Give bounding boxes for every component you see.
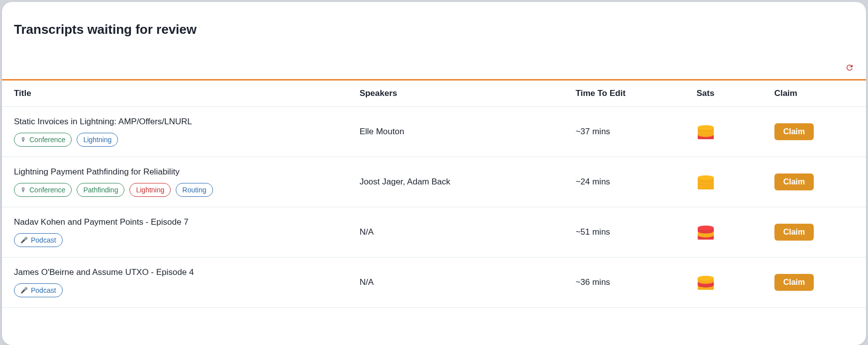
speakers-cell: Joost Jager, Adam Back (347, 157, 563, 207)
table-header-row: Title Speakers Time To Edit Sats Claim (2, 81, 866, 107)
title-cell: Lightning Payment Pathfinding for Reliab… (2, 157, 347, 207)
tag-label: Lightning (83, 136, 111, 144)
claim-cell: Claim (762, 258, 866, 308)
sats-cell (684, 107, 762, 157)
tag-label: Podcast (31, 286, 56, 294)
col-header-time: Time To Edit (563, 81, 684, 107)
tag-conference[interactable]: 🎙Conference (14, 183, 72, 197)
sats-cell (684, 258, 762, 308)
conference-icon: 🎙 (20, 136, 26, 143)
tag-lightning[interactable]: Lightning (129, 183, 171, 197)
sats-cell (684, 157, 762, 207)
transcript-title: Nadav Kohen and Payment Points - Episode… (14, 217, 335, 227)
table-container: Title Speakers Time To Edit Sats Claim S… (2, 79, 866, 308)
col-header-sats: Sats (684, 81, 762, 107)
claim-button[interactable]: Claim (774, 224, 814, 241)
tag-podcast[interactable]: 🎤Podcast (14, 283, 63, 297)
tag-list: 🎤Podcast (14, 233, 335, 247)
conference-icon: 🎙 (20, 186, 26, 193)
claim-button[interactable]: Claim (774, 173, 814, 190)
transcript-title: Lightning Payment Pathfinding for Reliab… (14, 167, 335, 177)
claim-cell: Claim (762, 107, 866, 157)
time-cell: ~24 mins (563, 157, 684, 207)
table-row: Lightning Payment Pathfinding for Reliab… (2, 157, 866, 207)
tag-list: 🎤Podcast (14, 283, 335, 297)
toolbar (2, 61, 866, 79)
time-cell: ~51 mins (563, 207, 684, 258)
title-cell: Static Invoices in Lightning: AMP/Offers… (2, 107, 347, 157)
transcripts-table: Title Speakers Time To Edit Sats Claim S… (2, 81, 866, 308)
transcript-title: Static Invoices in Lightning: AMP/Offers… (14, 117, 335, 127)
podcast-icon: 🎤 (20, 287, 28, 294)
page-title: Transcripts waiting for review (2, 22, 866, 37)
tag-label: Lightning (136, 186, 164, 194)
time-cell: ~37 mins (563, 107, 684, 157)
svg-point-26 (698, 226, 714, 230)
sats-cell (684, 207, 762, 258)
table-row: Nadav Kohen and Payment Points - Episode… (2, 207, 866, 258)
svg-point-8 (698, 125, 714, 130)
tag-podcast[interactable]: 🎤Podcast (14, 233, 63, 247)
tag-label: Pathfinding (83, 186, 118, 194)
table-row: James O'Beirne and Assume UTXO - Episode… (2, 258, 866, 308)
tag-routing[interactable]: Routing (176, 183, 213, 197)
tag-label: Podcast (31, 236, 56, 244)
tag-conference[interactable]: 🎙Conference (14, 133, 72, 147)
sats-stack-icon (696, 172, 715, 189)
claim-button[interactable]: Claim (774, 123, 814, 140)
transcript-title: James O'Beirne and Assume UTXO - Episode… (14, 267, 335, 277)
title-cell: James O'Beirne and Assume UTXO - Episode… (2, 258, 347, 308)
refresh-icon (845, 63, 854, 72)
transcripts-card: Transcripts waiting for review Title Spe… (2, 2, 866, 345)
tag-label: Conference (29, 186, 65, 194)
tag-list: 🎙ConferencePathfindingLightningRouting (14, 183, 335, 197)
tag-lightning[interactable]: Lightning (77, 133, 118, 147)
tag-label: Routing (182, 186, 206, 194)
col-header-title: Title (2, 81, 347, 107)
speakers-cell: N/A (347, 258, 563, 308)
col-header-speakers: Speakers (347, 81, 563, 107)
svg-point-35 (698, 276, 714, 280)
sats-stack-icon (696, 122, 715, 139)
tag-list: 🎙ConferenceLightning (14, 133, 335, 147)
refresh-button[interactable] (843, 61, 856, 74)
tag-label: Conference (29, 136, 65, 144)
tag-pathfinding[interactable]: Pathfinding (77, 183, 124, 197)
claim-cell: Claim (762, 207, 866, 258)
table-row: Static Invoices in Lightning: AMP/Offers… (2, 107, 866, 157)
sats-stack-icon (696, 272, 715, 289)
title-cell: Nadav Kohen and Payment Points - Episode… (2, 207, 347, 258)
speakers-cell: N/A (347, 207, 563, 258)
time-cell: ~36 mins (563, 258, 684, 308)
col-header-claim: Claim (762, 81, 866, 107)
podcast-icon: 🎤 (20, 237, 28, 244)
speakers-cell: Elle Mouton (347, 107, 563, 157)
svg-point-17 (698, 175, 714, 180)
claim-button[interactable]: Claim (774, 274, 814, 291)
sats-stack-icon (696, 222, 715, 239)
claim-cell: Claim (762, 157, 866, 207)
